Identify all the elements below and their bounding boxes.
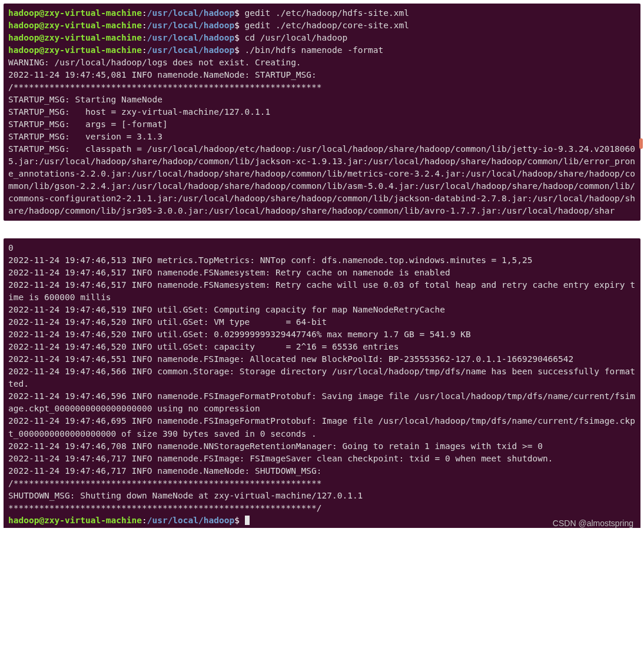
- prompt-sep: :: [142, 21, 147, 30]
- prompt-path: /usr/local/hadoop: [147, 516, 234, 525]
- prompt-suffix: $: [234, 45, 240, 55]
- prompt-sep: :: [142, 8, 147, 18]
- prompt-user: hadoop@zxy-virtual-machine: [8, 21, 142, 30]
- scroll-thumb[interactable]: [639, 138, 643, 149]
- output-bottom: 0 2022-11-24 19:47:46,513 INFO metrics.T…: [8, 243, 635, 512]
- prompt-sep: :: [142, 33, 147, 42]
- prompt-suffix: $: [234, 516, 240, 525]
- prompt-sep: :: [142, 516, 147, 525]
- terminal-top[interactable]: hadoop@zxy-virtual-machine:/usr/local/ha…: [4, 4, 640, 221]
- output-top: WARNING: /usr/local/hadoop/logs does not…: [8, 58, 635, 215]
- command-2: gedit ./etc/hadoop/core-site.xml: [240, 21, 409, 30]
- prompt-user: hadoop@zxy-virtual-machine: [8, 8, 142, 18]
- prompt-suffix: $: [234, 33, 240, 42]
- prompt-user: hadoop@zxy-virtual-machine: [8, 45, 142, 55]
- cursor: [245, 516, 250, 525]
- prompt-path: /usr/local/hadoop: [147, 45, 234, 55]
- command-1: gedit ./etc/hadoop/hdfs-site.xml: [240, 8, 409, 18]
- prompt-path: /usr/local/hadoop: [147, 21, 234, 30]
- terminal-bottom[interactable]: 0 2022-11-24 19:47:46,513 INFO metrics.T…: [4, 238, 640, 527]
- prompt-sep: :: [142, 45, 147, 55]
- prompt-path: /usr/local/hadoop: [147, 33, 234, 42]
- prompt-path: /usr/local/hadoop: [147, 8, 234, 18]
- prompt-user: hadoop@zxy-virtual-machine: [8, 33, 142, 42]
- scrollbar[interactable]: [639, 4, 643, 221]
- prompt-suffix: $: [234, 8, 240, 18]
- prompt-suffix: $: [234, 21, 240, 30]
- prompt-user: hadoop@zxy-virtual-machine: [8, 516, 142, 525]
- command-4: ./bin/hdfs namenode -format: [240, 45, 383, 55]
- command-3: cd /usr/local/hadoop: [240, 33, 347, 42]
